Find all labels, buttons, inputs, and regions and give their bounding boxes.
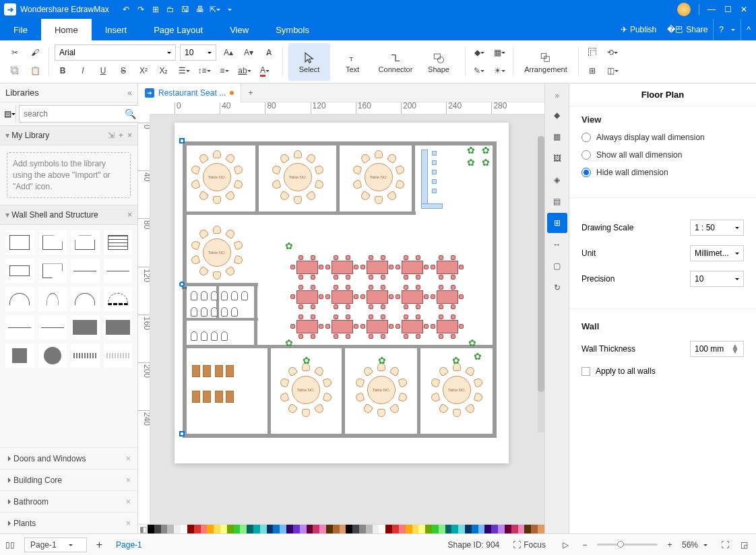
clear-format-icon[interactable]: A̷ <box>261 44 277 61</box>
menu-insert[interactable]: Insert <box>92 19 141 40</box>
customize-qat-icon[interactable] <box>222 2 237 17</box>
my-library-header[interactable]: ▾ My Library ⇲+× <box>0 125 137 145</box>
close-icon[interactable]: ✕ <box>736 1 752 18</box>
shape-item[interactable] <box>104 287 133 311</box>
library-search-input[interactable]: 🔍 <box>19 105 141 123</box>
color-swatch[interactable] <box>240 525 247 533</box>
rect-table[interactable] <box>292 287 323 307</box>
shape-item[interactable] <box>71 259 100 283</box>
color-swatch[interactable] <box>392 525 399 533</box>
zoom-out-icon[interactable]: − <box>578 538 592 552</box>
color-swatch[interactable] <box>491 525 498 533</box>
color-swatch[interactable] <box>458 525 465 533</box>
add-icon[interactable]: + <box>119 131 123 140</box>
rect-table[interactable] <box>292 317 323 337</box>
wall-dim-radio-0[interactable]: Always display wall dimension <box>581 133 744 142</box>
library-menu-icon[interactable]: ▤ <box>4 105 16 123</box>
color-swatch[interactable] <box>524 525 531 533</box>
subscript-icon[interactable]: X₂ <box>156 63 172 79</box>
paste-icon[interactable]: 📋 <box>27 63 43 79</box>
select-tool[interactable]: Select <box>288 43 330 81</box>
same-size-icon[interactable]: ⊞ <box>584 63 600 79</box>
page-label[interactable]: Page-1 <box>116 540 142 550</box>
collapse-sidebar-icon[interactable]: « <box>127 88 132 98</box>
dimension-panel-icon[interactable]: ↔ <box>547 234 567 255</box>
shape-item[interactable] <box>71 344 100 368</box>
color-swatch[interactable] <box>319 525 326 533</box>
floorplan-panel-icon[interactable]: ⊞ <box>547 213 567 233</box>
search-icon[interactable]: 🔍 <box>125 108 136 119</box>
shape-item[interactable] <box>71 287 100 311</box>
line-spacing-icon[interactable]: ↕≡ <box>196 63 212 79</box>
rect-table[interactable] <box>397 257 428 278</box>
plant-icon[interactable]: ✿ <box>452 356 462 365</box>
cut-icon[interactable]: ✂ <box>7 44 23 61</box>
page-list-icon[interactable]: ▯▯ <box>5 540 15 550</box>
color-swatch[interactable] <box>161 525 168 533</box>
copy-icon[interactable]: ⿻ <box>7 63 23 79</box>
rect-table[interactable] <box>432 317 463 337</box>
color-swatch[interactable] <box>148 525 154 533</box>
color-swatch[interactable] <box>451 525 458 533</box>
vertical-scrollbar[interactable] <box>538 136 544 392</box>
close-section-icon[interactable]: × <box>127 131 132 140</box>
font-family-select[interactable]: Arial <box>55 44 176 61</box>
floorplan-drawing[interactable]: Table NO.Table NO.Table NO.Table NO.Tabl… <box>183 141 501 450</box>
color-swatch[interactable] <box>300 525 307 533</box>
shape-item[interactable] <box>38 259 67 283</box>
publish-button[interactable]: ✈Publish <box>615 19 662 40</box>
close-section-icon[interactable]: × <box>127 210 132 220</box>
color-swatch[interactable] <box>273 525 280 533</box>
shape-item[interactable] <box>5 287 34 311</box>
redo-icon[interactable]: ↷ <box>133 2 148 17</box>
color-swatch[interactable] <box>505 525 511 533</box>
minimize-icon[interactable]: — <box>703 1 720 18</box>
color-swatch[interactable] <box>326 525 333 533</box>
theme-panel-icon[interactable]: ▦ <box>547 127 567 147</box>
round-table[interactable]: Table NO. <box>277 361 335 419</box>
round-table[interactable]: Table NO. <box>188 148 246 206</box>
add-tab-icon[interactable]: + <box>241 88 260 98</box>
document-tab[interactable]: ➔ Restaurant Seat ... <box>138 84 241 102</box>
color-swatch[interactable] <box>352 525 359 533</box>
color-swatch[interactable] <box>379 525 385 533</box>
color-swatch[interactable] <box>280 525 286 533</box>
strike-icon[interactable]: S <box>115 63 131 79</box>
color-swatch[interactable] <box>201 525 208 533</box>
color-swatch[interactable] <box>227 525 234 533</box>
color-swatch[interactable] <box>359 525 366 533</box>
color-swatch[interactable] <box>412 525 419 533</box>
color-swatch[interactable] <box>154 525 161 533</box>
rect-table[interactable] <box>432 287 463 307</box>
category-building-core[interactable]: Building Core× <box>0 469 137 490</box>
connector-tool[interactable]: Connector <box>375 43 416 81</box>
zoom-slider[interactable] <box>597 544 658 546</box>
round-table[interactable]: Table NO. <box>188 224 246 282</box>
color-swatch[interactable] <box>465 525 472 533</box>
category-doors-and-windows[interactable]: Doors and Windows× <box>0 447 137 469</box>
color-swatch[interactable] <box>511 525 518 533</box>
expand-panel-icon[interactable]: » <box>545 88 569 104</box>
group-icon[interactable]: ⿸ <box>584 44 600 61</box>
plant-icon[interactable]: ✿ <box>467 145 476 155</box>
focus-button[interactable]: ⛶ Focus <box>513 540 546 550</box>
zoom-level[interactable]: 56% <box>682 540 698 550</box>
color-swatch[interactable] <box>220 525 227 533</box>
page-panel-icon[interactable]: ▤ <box>547 191 567 211</box>
apply-all-walls-checkbox[interactable]: Apply to all walls <box>581 366 744 376</box>
rotate-icon[interactable]: ⟲ <box>604 44 621 61</box>
color-swatch[interactable] <box>418 525 425 533</box>
play-icon[interactable]: ▷ <box>559 538 573 552</box>
underline-icon[interactable]: U <box>95 63 111 79</box>
precision-select[interactable]: 10 <box>690 271 744 287</box>
shape-item[interactable] <box>104 315 133 339</box>
shape-item[interactable] <box>104 230 133 255</box>
open-icon[interactable]: 🗀 <box>163 2 178 17</box>
print-icon[interactable]: 🖶 <box>193 2 208 17</box>
plant-icon[interactable]: ✿ <box>482 145 491 155</box>
rect-table[interactable] <box>292 257 323 278</box>
shape-item[interactable] <box>5 259 34 283</box>
color-swatch[interactable] <box>181 525 187 533</box>
wall-dim-radio-2[interactable]: Hide wall dimension <box>581 168 744 177</box>
color-swatch[interactable] <box>406 525 412 533</box>
